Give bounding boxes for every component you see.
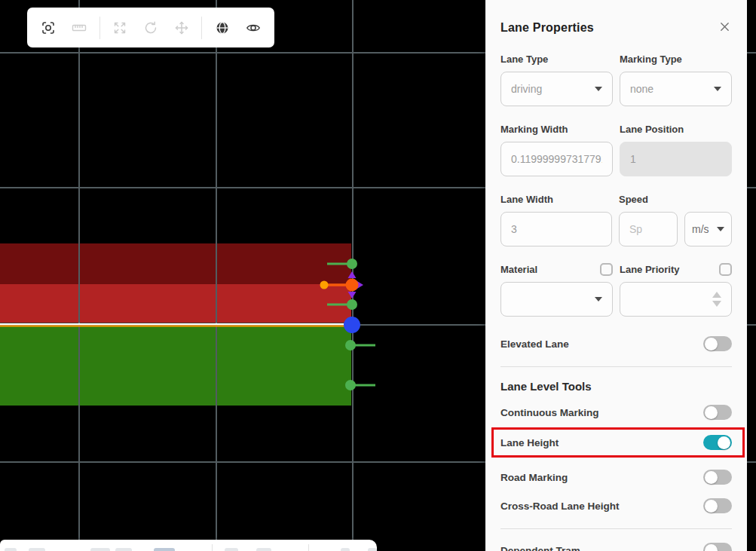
- marking-width-input[interactable]: [511, 153, 602, 165]
- lane-band-green[interactable]: [0, 326, 351, 406]
- toolbar-icon-stub: [154, 548, 175, 551]
- continuous-marking-label: Continuous Marking: [500, 407, 599, 418]
- toolbar-divider: [308, 544, 309, 551]
- dependent-tram-row: Dependent Tram: [500, 541, 732, 551]
- speed-label: Speed: [619, 193, 732, 206]
- cross-road-lane-height-label: Cross-Road Lane Height: [500, 500, 620, 512]
- elevated-lane-row: Elevated Lane: [500, 335, 732, 353]
- bottom-toolbar[interactable]: [0, 540, 377, 551]
- move-tool-button[interactable]: [167, 13, 195, 43]
- toolbar-icon-stub: [341, 548, 350, 551]
- toolbar-icon-stub: [115, 548, 132, 551]
- toolbar-divider: [201, 17, 202, 39]
- selected-lane-node[interactable]: [344, 317, 360, 333]
- lane-priority-checkbox[interactable]: [719, 263, 732, 276]
- chevron-down-icon: [595, 87, 602, 91]
- continuous-marking-toggle[interactable]: [703, 405, 732, 420]
- stepper-up-icon[interactable]: [712, 292, 721, 298]
- road-marking-row: Road Marking: [500, 468, 732, 486]
- toolbar-icon-stub: [29, 548, 45, 551]
- lane-properties-panel: Lane Properties Lane Type driving Markin…: [485, 0, 747, 551]
- lane-band-dark-red[interactable]: [0, 243, 351, 284]
- ruler-tool-button[interactable]: [66, 13, 93, 43]
- lane-position-input: [630, 153, 721, 165]
- material-label: Material: [500, 264, 537, 275]
- stepper-arrows: [712, 292, 721, 307]
- lane-position-control: [620, 142, 732, 176]
- lane-type-field: Lane Type driving: [500, 53, 613, 106]
- cross-road-lane-height-row: Cross-Road Lane Height: [500, 497, 732, 515]
- rotate-tool-button[interactable]: [137, 13, 165, 43]
- speed-unit-select[interactable]: m/s: [684, 212, 732, 246]
- toolbar-icon-stub: [5, 548, 17, 551]
- toolbar-icon-stub: [225, 548, 238, 551]
- panel-header: Lane Properties: [500, 0, 732, 36]
- scale-tool-button[interactable]: [106, 13, 134, 43]
- width-handle-point[interactable]: [346, 279, 359, 292]
- focus-tool-button[interactable]: [35, 13, 63, 43]
- lane-height-label: Lane Height: [500, 437, 559, 448]
- chevron-down-icon: [595, 297, 602, 302]
- speed-control: [619, 212, 678, 246]
- globe-icon: [215, 20, 230, 35]
- section-divider: [500, 366, 732, 367]
- toolbar-icon-stub: [368, 548, 377, 551]
- toolbar-divider: [212, 544, 213, 551]
- lane-type-value: driving: [511, 83, 542, 95]
- lane-level-tools-heading: Lane Level Tools: [500, 380, 732, 393]
- marking-width-field: Marking Width: [500, 123, 613, 176]
- canvas-toolbar: [27, 8, 274, 47]
- marking-type-select[interactable]: none: [620, 72, 732, 106]
- toolbar-icon-stub: [256, 548, 271, 551]
- focus-icon: [41, 20, 56, 35]
- dependent-tram-toggle[interactable]: [703, 543, 732, 551]
- toggle-knob: [718, 436, 730, 449]
- ruler-icon: [72, 20, 87, 35]
- speed-input[interactable]: [629, 223, 667, 235]
- lane-height-row-highlighted: Lane Height: [491, 427, 745, 458]
- road-marking-toggle[interactable]: [703, 470, 732, 485]
- lane-height-handle-point[interactable]: [345, 340, 356, 350]
- continuous-marking-row: Continuous Marking: [500, 403, 732, 421]
- lane-width-input[interactable]: [511, 223, 601, 235]
- lane-type-label: Lane Type: [500, 53, 613, 66]
- elevated-lane-toggle[interactable]: [703, 336, 732, 351]
- lane-position-field: Lane Position: [620, 123, 732, 176]
- cross-road-lane-height-toggle[interactable]: [703, 498, 732, 513]
- material-checkbox[interactable]: [600, 263, 613, 276]
- lane-height-handle-point[interactable]: [347, 259, 357, 269]
- lane-priority-field: Lane Priority: [620, 263, 732, 317]
- lane-width-field: Lane Width: [500, 193, 612, 246]
- lane-priority-stepper[interactable]: [620, 282, 732, 317]
- toggle-knob: [705, 500, 718, 513]
- lane-height-handle-point[interactable]: [345, 380, 356, 390]
- lane-type-select[interactable]: driving: [500, 72, 613, 106]
- move-icon: [174, 20, 189, 35]
- material-select[interactable]: [500, 282, 613, 317]
- lane-priority-label: Lane Priority: [620, 264, 679, 275]
- stepper-down-icon[interactable]: [712, 301, 721, 307]
- visibility-tool-button[interactable]: [239, 13, 267, 43]
- marking-type-field: Marking Type none: [620, 53, 732, 106]
- lane-width-control: [500, 212, 612, 246]
- material-field: Material: [500, 263, 613, 317]
- scale-icon: [112, 20, 127, 35]
- close-icon: [719, 21, 730, 32]
- panel-title: Lane Properties: [500, 21, 594, 35]
- app-window: Lane Properties Lane Type driving Markin…: [0, 0, 756, 551]
- close-button[interactable]: [718, 20, 732, 36]
- rotate-icon: [143, 20, 158, 35]
- lane-height-handle-point[interactable]: [347, 299, 357, 310]
- toggle-knob: [705, 338, 718, 350]
- section-divider: [500, 528, 732, 529]
- lane-width-label: Lane Width: [500, 193, 612, 206]
- toggle-knob: [705, 406, 718, 419]
- lane-height-toggle[interactable]: [703, 435, 732, 450]
- dependent-tram-label: Dependent Tram: [500, 545, 580, 551]
- globe-tool-button[interactable]: [208, 13, 236, 43]
- elevated-lane-label: Elevated Lane: [500, 338, 569, 350]
- lane-band-bright-red[interactable]: [0, 284, 351, 323]
- marking-type-label: Marking Type: [620, 53, 732, 66]
- width-handle-end-point[interactable]: [320, 281, 329, 289]
- speed-unit-value: m/s: [692, 223, 709, 235]
